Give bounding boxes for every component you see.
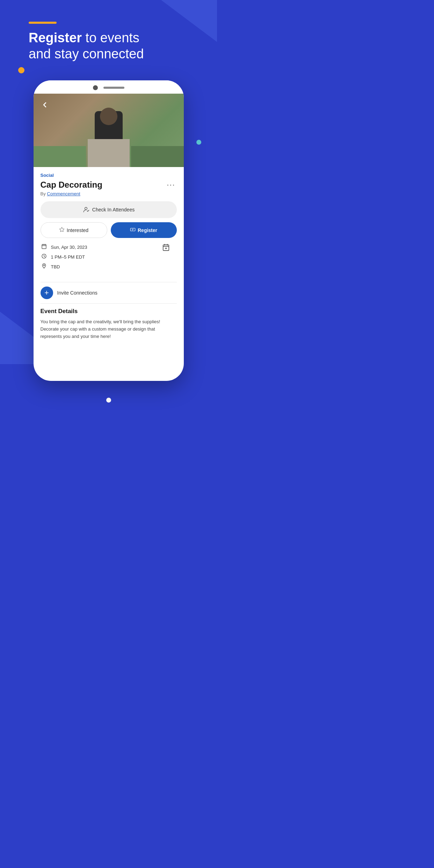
event-description: You bring the cap and the creativity, we… xyxy=(41,318,177,340)
svg-rect-1 xyxy=(130,228,135,231)
header-title-bold: Register xyxy=(29,30,82,45)
check-in-label: Check In Attendees xyxy=(92,207,135,212)
phone-camera xyxy=(93,85,98,90)
invite-connections-button[interactable]: + xyxy=(41,287,53,299)
teal-dot xyxy=(196,140,201,145)
interested-label: Interested xyxy=(67,227,88,233)
check-in-icon xyxy=(82,206,89,213)
event-title-row: Cap Decorating ··· xyxy=(41,180,177,190)
register-button[interactable]: Register xyxy=(111,222,177,238)
svg-point-0 xyxy=(85,207,87,210)
clock-icon xyxy=(41,253,48,260)
orange-bar-decoration xyxy=(29,22,57,24)
location-icon xyxy=(41,263,48,270)
grass-right xyxy=(131,146,184,167)
invite-row: + Invite Connections xyxy=(41,287,177,299)
event-details-list: Sun, Apr 30, 2023 1 PM–5 PM EDT xyxy=(41,244,177,273)
calendar-add-icon[interactable] xyxy=(162,244,170,253)
action-row: Interested Register xyxy=(41,222,177,238)
svg-rect-2 xyxy=(42,245,46,249)
event-category: Social xyxy=(41,173,177,178)
star-icon xyxy=(59,227,65,233)
interested-button[interactable]: Interested xyxy=(41,222,107,238)
phone-speaker xyxy=(103,87,124,89)
orange-dot xyxy=(18,67,24,73)
organizer-link[interactable]: Commencement xyxy=(47,191,80,196)
event-location: TBD xyxy=(51,264,60,269)
back-button[interactable] xyxy=(39,99,50,110)
event-details-heading: Event Details xyxy=(41,308,177,315)
invite-label: Invite Connections xyxy=(57,290,97,296)
register-label: Register xyxy=(138,227,157,233)
organizer-prefix: By xyxy=(41,191,47,196)
calendar-icon xyxy=(41,244,48,251)
event-date-item: Sun, Apr 30, 2023 xyxy=(41,244,177,251)
phone-content: Social Cap Decorating ··· By Commencemen… xyxy=(34,167,184,377)
phone-mockup: Social Cap Decorating ··· By Commencemen… xyxy=(34,80,184,381)
event-organizer: By Commencement xyxy=(41,191,177,196)
event-details-section: Event Details You bring the cap and the … xyxy=(41,308,177,340)
check-in-button[interactable]: Check In Attendees xyxy=(41,201,177,218)
event-location-item: TBD xyxy=(41,263,177,270)
phone-notch xyxy=(34,80,184,94)
road-bg xyxy=(88,139,130,167)
ticket-icon xyxy=(130,227,136,233)
event-details-row: Sun, Apr 30, 2023 1 PM–5 PM EDT xyxy=(41,244,177,278)
grass-left xyxy=(34,146,86,167)
event-hero-image xyxy=(34,94,184,167)
svg-point-4 xyxy=(43,265,44,266)
event-time: 1 PM–5 PM EDT xyxy=(51,254,85,260)
header-section: Register to eventsand stay connected xyxy=(29,22,203,62)
event-title: Cap Decorating xyxy=(41,180,102,190)
event-date: Sun, Apr 30, 2023 xyxy=(51,245,87,250)
more-options-button[interactable]: ··· xyxy=(165,180,176,189)
divider-1 xyxy=(41,282,177,282)
divider-2 xyxy=(41,303,177,304)
bottom-dot xyxy=(106,398,111,403)
event-time-item: 1 PM–5 PM EDT xyxy=(41,253,177,260)
header-title: Register to eventsand stay connected xyxy=(29,30,203,62)
